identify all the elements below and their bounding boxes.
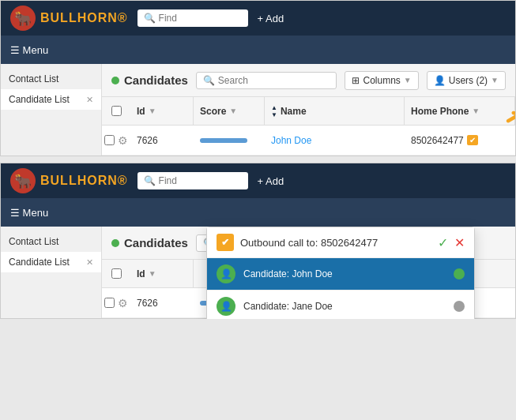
bull-icon: 🐂 [10,6,36,31]
td-phone: 8502642477 ✔ [405,135,515,146]
brand-name: BULLHORN® [40,11,128,25]
sort-arrows: ▲▼ [271,104,277,118]
chevron-down-icon: ▼ [404,76,412,84]
row-icon2: ⚙ [118,297,128,309]
td-id: 7626 [130,135,194,146]
select-all-checkbox[interactable] [111,106,122,116]
content-toolbar: Candidates 🔍 ⊞ Columns ▼ 👤 Users (2) ▼ [102,64,515,97]
find-input[interactable] [159,13,238,24]
th-id[interactable]: Id ▼ [130,97,194,125]
row-checkbox2[interactable] [104,298,115,308]
table-header: Id ▼ Score ▼ ▲▼ Name Home Phone ▼ ➜ [102,97,515,126]
bull-icon2: 🐂 [10,168,36,193]
svg-text:🐂: 🐂 [14,10,32,28]
navbar2: 🐂 BULLHORN® 🔍 + Add [1,163,515,198]
sidebar-item-candidate[interactable]: Candidate List ✕ [1,89,101,110]
chevron-down-icon: ▼ [149,107,156,115]
popup-candidate-john[interactable]: 👤 Candidate: John Doe [207,258,474,291]
row-icon: ⚙ [118,134,128,147]
chevron-down-icon2: ▼ [149,269,156,278]
close-icon2[interactable]: ✕ [86,257,93,268]
chevron-down-icon: ▼ [472,107,480,115]
brand-name2: BULLHORN® [40,174,128,188]
td-score [194,138,265,143]
popup-title: Outbound call to: 8502642477 [240,237,431,249]
score-bar [200,138,247,143]
add-button[interactable]: + Add [258,13,284,24]
candidates-label: Candidates [111,73,188,87]
search-icon: 🔍 [144,13,156,24]
row-checkbox[interactable] [104,135,115,145]
sidebar: Contact List Candidate List ✕ [1,64,102,156]
select-all-checkbox2[interactable] [111,268,122,279]
th-phone[interactable]: Home Phone ▼ ➜ [405,97,515,125]
status-indicator-jane [454,301,465,312]
svg-text:🐂: 🐂 [14,173,32,190]
candidate-icon-jane: 👤 [217,297,235,316]
columns-button[interactable]: ⊞ Columns ▼ [345,71,418,90]
users-icon: 👤 [434,75,446,86]
main-area: Contact List Candidate List ✕ Candidates… [1,64,515,156]
candidate-icon-john: 👤 [217,264,235,283]
close-icon[interactable]: ✕ [86,95,93,105]
th-id2[interactable]: Id ▼ [130,260,194,287]
sidebar-item-candidate2[interactable]: Candidate List ✕ [1,252,101,272]
top-section: 🐂 BULLHORN® 🔍 + Add ☰ Menu Contact List … [0,0,516,156]
sidebar-item-contact[interactable]: Contact List [1,69,101,89]
th-name[interactable]: ▲▼ Name [265,97,405,125]
find-input2[interactable] [159,175,238,186]
sidebar2: Contact List Candidate List ✕ [1,227,102,318]
search-icon: 🔍 [203,75,215,86]
popup-header: ✔ Outbound call to: 8502642477 ✓ ✕ [207,227,474,258]
status-indicator-john [454,268,465,279]
status-dot [111,77,119,84]
sidebar-item-contact2[interactable]: Contact List [1,231,101,252]
search-box[interactable]: 🔍 [196,72,337,89]
phone-badge: ✔ [467,135,478,145]
status-dot2 [111,239,119,247]
users-button[interactable]: 👤 Users (2) ▼ [427,71,506,90]
th-select-all2[interactable] [102,268,130,279]
table-row: ⚙ 7626 John Doe 8502642477 ✔ [102,126,515,156]
menu-button[interactable]: ☰ Menu [10,44,48,56]
popup-candidate-jane[interactable]: 👤 Candidate: Jane Doe [207,291,474,319]
candidate-label-john: Candidate: John Doe [243,268,446,279]
candidate-label-jane: Candidate: Jane Doe [243,301,446,312]
th-score[interactable]: Score ▼ [194,97,265,125]
content-area: Candidates 🔍 ⊞ Columns ▼ 👤 Users (2) ▼ [102,64,515,156]
candidates-label2: Candidates [111,236,188,249]
find-box[interactable]: 🔍 [137,9,248,27]
outbound-call-popup: ✔ Outbound call to: 8502642477 ✓ ✕ 👤 Can… [206,227,475,319]
chevron-down-icon: ▼ [491,76,499,84]
find-box2[interactable]: 🔍 [137,172,248,189]
navbar: 🐂 BULLHORN® 🔍 + Add [1,1,515,36]
subnav2: ☰ Menu [1,198,515,227]
th-select-all[interactable] [102,106,130,116]
columns-icon: ⊞ [352,75,360,86]
add-button2[interactable]: + Add [258,175,284,187]
chevron-down-icon: ▼ [229,107,237,115]
confirm-button[interactable]: ✓ [438,235,448,250]
brand-logo: 🐂 BULLHORN® [10,6,128,31]
brand-logo2: 🐂 BULLHORN® [10,168,128,193]
close-button[interactable]: ✕ [454,235,465,250]
menu-button2[interactable]: ☰ Menu [10,207,48,219]
search-icon2: 🔍 [144,175,156,186]
search-input[interactable] [218,75,330,86]
td-checkbox2[interactable]: ⚙ [102,297,130,309]
td-checkbox[interactable]: ⚙ [102,134,130,147]
td-name[interactable]: John Doe [265,135,405,146]
popup-logo: ✔ [217,234,234,251]
bottom-section: 🐂 BULLHORN® 🔍 + Add ☰ Menu Contact List … [0,163,516,319]
subnav: ☰ Menu [1,36,515,64]
td-id2: 7626 [130,298,194,309]
